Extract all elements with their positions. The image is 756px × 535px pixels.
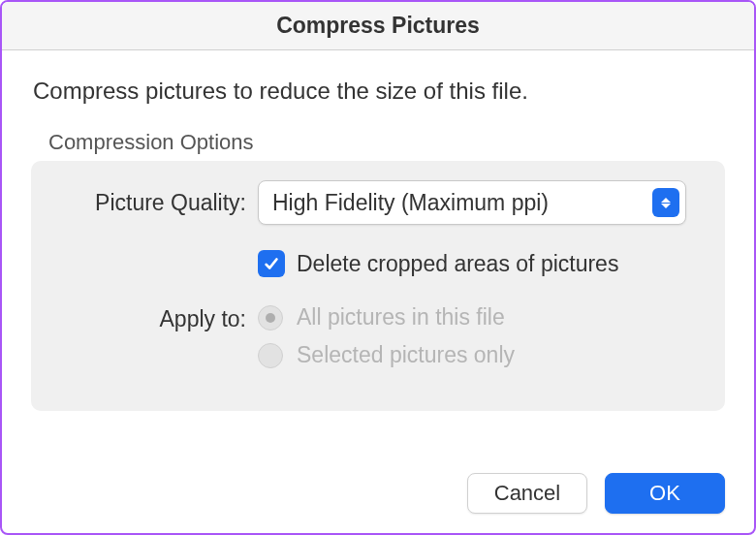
delete-cropped-row: Delete cropped areas of pictures <box>54 250 702 277</box>
apply-to-option-selected: Selected pictures only <box>258 342 515 368</box>
dialog-description: Compress pictures to reduce the size of … <box>31 78 725 105</box>
dialog-content: Compress pictures to reduce the size of … <box>2 50 754 411</box>
cancel-button[interactable]: Cancel <box>467 473 587 514</box>
dialog-title: Compress Pictures <box>276 13 480 39</box>
picture-quality-label: Picture Quality: <box>54 190 258 216</box>
picture-quality-dropdown[interactable]: High Fidelity (Maximum ppi) <box>258 180 686 225</box>
dialog-titlebar: Compress Pictures <box>2 2 754 50</box>
radio-all-pictures <box>258 305 283 330</box>
apply-to-row: Apply to: All pictures in this file Sele… <box>54 304 702 368</box>
picture-quality-row: Picture Quality: High Fidelity (Maximum … <box>54 180 702 225</box>
radio-selected-pictures-label: Selected pictures only <box>297 342 515 368</box>
radio-dot-icon <box>266 313 275 323</box>
compression-options-group: Picture Quality: High Fidelity (Maximum … <box>31 161 725 411</box>
radio-selected-pictures <box>258 343 283 368</box>
delete-cropped-label: Delete cropped areas of pictures <box>297 251 618 277</box>
picture-quality-value: High Fidelity (Maximum ppi) <box>272 190 652 216</box>
apply-to-label: Apply to: <box>54 304 258 332</box>
compression-options-label: Compression Options <box>31 130 725 155</box>
cancel-button-label: Cancel <box>494 481 560 506</box>
ok-button[interactable]: OK <box>605 473 725 514</box>
chevron-up-down-icon <box>652 188 679 217</box>
checkmark-icon <box>263 255 280 272</box>
radio-all-pictures-label: All pictures in this file <box>297 304 505 330</box>
apply-to-option-all: All pictures in this file <box>258 304 515 330</box>
dialog-footer: Cancel OK <box>467 473 725 514</box>
delete-cropped-checkbox[interactable] <box>258 250 285 277</box>
ok-button-label: OK <box>649 481 680 506</box>
